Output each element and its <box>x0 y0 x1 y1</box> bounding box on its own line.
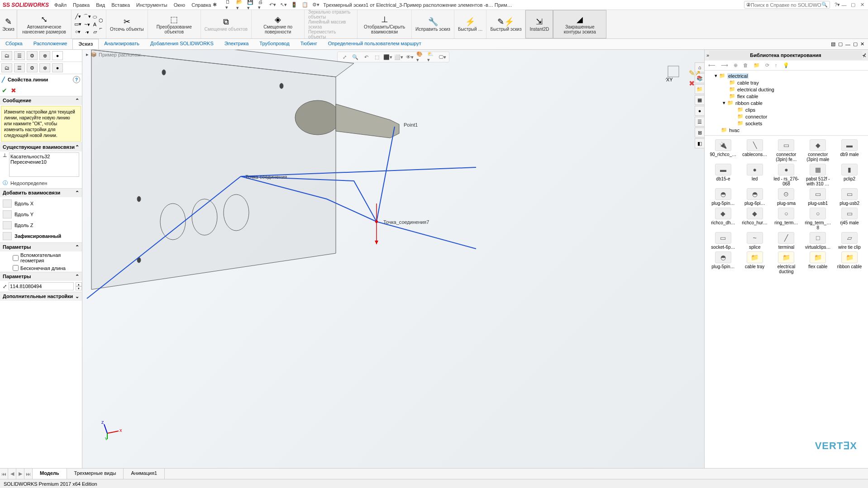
relations-button[interactable]: ⊥ Отобразить/Скрыть взаимосвязи <box>358 10 412 38</box>
tree-item[interactable]: ▾📁ribbon cable <box>706 99 866 106</box>
search-input[interactable] <box>751 2 821 8</box>
tree-item[interactable]: 📁hvac <box>706 127 866 133</box>
params-section[interactable]: Параметры⌃ <box>0 242 82 251</box>
relation-item[interactable]: Пересечение10 <box>10 159 78 165</box>
lib-item[interactable]: 📁cable tray <box>740 251 770 274</box>
lib-item[interactable]: ▭connector (3pin) fe… <box>772 139 801 162</box>
more-section[interactable]: Дополнительные настройки⌄ <box>0 292 82 301</box>
model-tab[interactable]: Модель <box>33 469 67 479</box>
lib-item[interactable]: 📁ribbon cable <box>835 251 864 274</box>
tab-next-icon[interactable]: ▶ <box>16 469 24 479</box>
lib-grid[interactable]: 🔌90_richco_…╲cablecons…▭connector (3pin)… <box>705 136 868 468</box>
forum-tab-icon[interactable]: ⊞ <box>695 128 705 137</box>
lib-item[interactable]: ◓plug-5pin… <box>708 188 738 206</box>
tree-item[interactable]: 📁cable tray <box>706 79 866 86</box>
tab-last-icon[interactable]: ⏭ <box>24 469 33 479</box>
lib-item[interactable]: ○ring_term… <box>772 208 801 230</box>
nav-back-icon[interactable]: ⟵ <box>708 62 715 68</box>
lib-item[interactable]: ▭plug-usb2 <box>835 188 864 206</box>
settings-icon[interactable]: ⚙▾ <box>312 1 320 9</box>
point-tool-icon[interactable]: ·▾ <box>83 29 91 35</box>
command-tab-3[interactable]: Анализировать <box>99 39 145 49</box>
sketch-button[interactable]: ✎ Эскиз <box>0 10 17 38</box>
lib-item[interactable]: ◓plug-5pin… <box>708 251 738 274</box>
help-icon[interactable]: ? <box>73 76 80 83</box>
fm2-3-icon[interactable]: ⚙ <box>27 63 38 72</box>
lib-item[interactable]: ◆connector (3pin) male <box>803 139 833 162</box>
fm-tab-dim-icon[interactable]: ⊕ <box>39 51 50 60</box>
relations-list[interactable]: Касательность32 Пересечение10 <box>9 152 79 177</box>
lib-item[interactable]: ▮pclip2 <box>835 164 864 186</box>
tree-toggle-icon[interactable]: ▾ <box>715 73 717 79</box>
menu-file[interactable]: Файл <box>54 2 67 8</box>
lib-item[interactable]: ○ring_term_… 8 <box>803 208 833 230</box>
lib-collapse-bar[interactable]: » Библиотека проектирования ⊀ <box>705 50 868 61</box>
lib-item[interactable]: ▭socket-6p… <box>708 232 738 250</box>
close-icon[interactable]: ✕ <box>859 2 865 8</box>
lib-item[interactable]: ⊙plug-sma <box>772 188 801 206</box>
spin-up-icon[interactable]: ▴ <box>76 282 82 286</box>
restore-icon[interactable]: ▢ <box>850 2 856 8</box>
fm-tab-display-icon[interactable]: ● <box>52 51 63 60</box>
tree-item[interactable]: ▾📁electrical <box>706 72 866 79</box>
menu-window[interactable]: Окно <box>174 2 186 8</box>
fm2-4-icon[interactable]: ⊕ <box>39 63 50 72</box>
arc-tool-icon[interactable]: ⌒▾ <box>83 13 91 20</box>
lib-item[interactable]: ╲cablecons… <box>740 139 770 162</box>
options-icon[interactable]: 📋 <box>301 1 309 9</box>
offset-surface-button[interactable]: ◈ Смещение по поверхности <box>252 10 305 38</box>
lib-item[interactable]: ◆richco_hur… <box>740 208 770 230</box>
help-search[interactable]: ② 🔍 <box>744 1 830 9</box>
relation-item[interactable]: Касательность32 <box>10 154 78 159</box>
nav-add-icon[interactable]: ⊕ <box>734 62 738 68</box>
params2-section[interactable]: Параметры⌃ <box>0 272 82 281</box>
lib-item[interactable]: ▦pabst 512f - with 310 … <box>803 164 833 186</box>
fillet-tool-icon[interactable]: ⌐ <box>99 25 103 31</box>
along-y-button[interactable]: Вдоль Y <box>3 209 79 220</box>
nav-refresh-icon[interactable]: ⟳ <box>765 62 769 68</box>
convert-button[interactable]: ⬚ Преобразование объектов <box>148 10 201 38</box>
nav-config-icon[interactable]: 💡 <box>783 62 789 68</box>
poly-tool-icon[interactable]: ⬡ <box>99 18 103 24</box>
lib-item[interactable]: ▬db9 male <box>835 139 864 162</box>
pin-icon[interactable]: ✱ <box>211 1 218 9</box>
view-tab-icon[interactable]: ▦ <box>695 95 705 105</box>
circle-tool-icon[interactable]: ○▾ <box>74 29 81 35</box>
tree-item[interactable]: 📁sockets <box>706 120 866 127</box>
lib-item[interactable]: ▭rj45 male <box>835 208 864 230</box>
minimize-icon[interactable]: — <box>841 2 847 8</box>
custom-tab-icon[interactable]: ☰ <box>695 117 705 127</box>
length-spinner[interactable]: ▴▾ <box>76 282 82 290</box>
nav-up-icon[interactable]: ↑ <box>775 62 777 68</box>
fm-tab-tree-icon[interactable]: 🗂 <box>1 51 12 60</box>
doc-close-icon[interactable]: ✕ <box>860 41 864 47</box>
fm2-1-icon[interactable]: 🗂 <box>1 63 12 72</box>
lib-item[interactable]: ▭plug-usb1 <box>803 188 833 206</box>
animation-tab[interactable]: Анимация1 <box>124 469 165 479</box>
lib-item[interactable]: 📁flex cable <box>803 251 833 274</box>
command-tab-0[interactable]: Сборка <box>0 39 28 49</box>
lib-item[interactable]: ●led - rs_276-068 <box>772 164 801 186</box>
lib-pin-icon[interactable]: ⊀ <box>862 52 866 58</box>
infinite-input[interactable] <box>13 265 19 271</box>
3d-viewport[interactable]: ▸ 📦 Пример располож… ⤢ 🔍 ↶ ⬚ ⬛▾ ⬜▾ 👁▾ 🎨▾… <box>82 50 704 468</box>
sketch-exit-icon[interactable]: ✎↗ <box>689 69 701 77</box>
fm2-2-icon[interactable]: ☰ <box>14 63 25 72</box>
rapid-sketch-button[interactable]: ✎⚡ Быстрый эскиз <box>486 10 525 38</box>
plane-tool-icon[interactable]: ▱ <box>93 29 97 35</box>
nav-newfolder-icon[interactable]: 📁 <box>754 62 760 68</box>
tab-prev-icon[interactable]: ◀ <box>8 469 16 479</box>
doc-cascade-icon[interactable]: ▢ <box>838 41 843 47</box>
along-x-button[interactable]: Вдоль X <box>3 198 79 209</box>
print-icon[interactable]: 🖨▾ <box>258 1 265 9</box>
spin-down-icon[interactable]: ▾ <box>76 286 82 290</box>
tree-item[interactable]: 📁connector <box>706 113 866 120</box>
lib-item[interactable]: 🔌90_richco_… <box>708 139 738 162</box>
doc-tile-icon[interactable]: ▧ <box>831 41 835 47</box>
3dviews-tab[interactable]: Трехмерные виды <box>67 469 124 479</box>
message-section[interactable]: Сообщение⌃ <box>0 96 82 105</box>
lib-item[interactable]: ▬db15-e <box>708 164 738 186</box>
tree-item[interactable]: 📁clips <box>706 106 866 113</box>
lib-item[interactable]: □virtualclips… <box>803 232 833 250</box>
select-icon[interactable]: ↖▾ <box>280 1 287 9</box>
